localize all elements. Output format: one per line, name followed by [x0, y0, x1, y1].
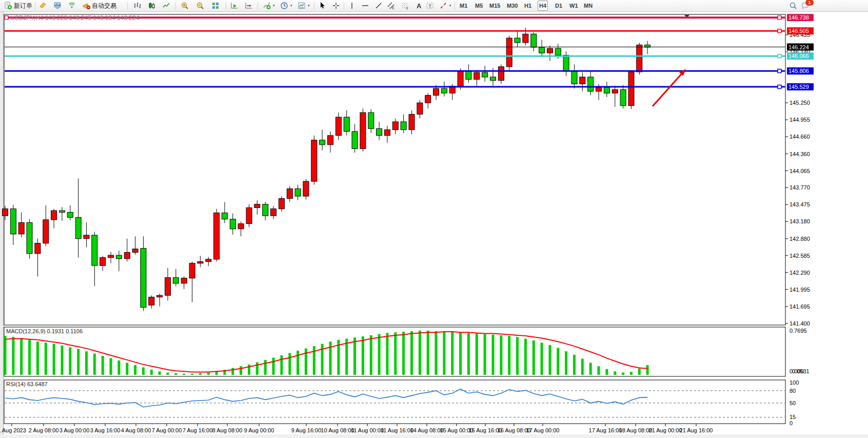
indicators-button[interactable]: ▾	[262, 1, 277, 11]
candle-body	[628, 72, 634, 106]
chart-line-button[interactable]	[161, 1, 171, 11]
candle-body	[263, 204, 268, 216]
crosshair-button[interactable]	[331, 1, 341, 11]
new-order-button-label: 新订单	[14, 2, 32, 10]
macd-bar	[280, 355, 283, 375]
tf-w1-label: W1	[569, 3, 578, 9]
zoom-out-button[interactable]	[195, 1, 205, 11]
hline-handle[interactable]	[5, 16, 8, 20]
price-badge-label: 145.806	[788, 68, 809, 74]
tf-w1[interactable]: W1	[568, 1, 579, 11]
candle-body	[271, 209, 277, 216]
candle-body	[116, 255, 122, 259]
chart-bars-button[interactable]	[132, 1, 143, 11]
candle-body	[506, 38, 512, 67]
new-order-button[interactable]: 新订单	[3, 1, 35, 11]
macd-bar	[4, 336, 7, 375]
macd-bar	[549, 345, 551, 375]
favorites-button[interactable]	[38, 1, 48, 11]
tf-h4[interactable]: H4	[538, 1, 548, 11]
macd-bar	[370, 335, 372, 375]
price-tick-label: 141.995	[790, 287, 810, 293]
trendline-icon	[374, 2, 383, 10]
zoom-in-button[interactable]	[180, 1, 190, 11]
periods-button[interactable]: ▾	[279, 1, 294, 11]
autotrading-button[interactable]: 自动交易	[81, 1, 124, 11]
price-badge-label: 145.529	[788, 84, 809, 90]
macd-bar	[605, 369, 608, 375]
hline-handle[interactable]	[778, 29, 781, 33]
candle-body	[344, 117, 349, 131]
market-watch-button[interactable]	[52, 1, 63, 11]
arrows-icon	[439, 2, 447, 10]
chart-candles-button[interactable]	[147, 1, 157, 11]
macd-bar	[565, 351, 567, 375]
candle-body	[320, 140, 325, 145]
candle-body	[198, 261, 203, 263]
macd-bar	[541, 342, 543, 375]
candle-body	[482, 72, 488, 77]
fibonacci-button[interactable]: F	[400, 1, 410, 11]
trendline-button[interactable]	[373, 1, 384, 11]
price-badge-label: 146.224	[788, 44, 809, 50]
search-button[interactable]	[788, 1, 798, 11]
tile-windows-button[interactable]	[210, 1, 221, 11]
chart-shift-button[interactable]	[244, 1, 254, 11]
time-tick-label: 11 Aug 00:00	[351, 427, 384, 433]
tf-m1[interactable]: M1	[459, 1, 468, 11]
macd-bar	[134, 365, 136, 375]
candle-body	[417, 103, 423, 114]
chart-candles-icon	[148, 2, 156, 10]
macd-bar	[353, 337, 356, 375]
tf-d1[interactable]: D1	[554, 1, 563, 11]
hline-handle[interactable]	[778, 16, 781, 20]
tf-m30[interactable]: M30	[506, 1, 519, 11]
templates-icon	[298, 2, 306, 10]
channel-button[interactable]: E	[386, 1, 396, 11]
rsi-axis-label: 0	[790, 420, 793, 426]
candle-body	[392, 122, 398, 130]
candle-body	[539, 47, 545, 53]
price-tick-label: 141.695	[790, 303, 810, 310]
candle-body	[352, 131, 358, 149]
vertical-line-button[interactable]	[347, 1, 357, 11]
candle-body	[67, 212, 73, 217]
price-tick-label: 143.180	[790, 218, 810, 224]
candle-body	[173, 278, 179, 283]
price-badge-label: 146.505	[788, 28, 809, 34]
autoscroll-button[interactable]	[229, 1, 240, 11]
time-tick-label: 4 Aug 08:00	[121, 427, 151, 433]
text-label-icon: T	[426, 2, 434, 10]
cursor-button[interactable]	[317, 1, 327, 11]
hline-handle[interactable]	[778, 69, 781, 73]
chat-button[interactable]: 1	[800, 1, 811, 11]
tf-m15[interactable]: M15	[488, 1, 501, 11]
rsi-axis-label: 80	[790, 388, 796, 394]
tf-mn[interactable]: MN	[583, 1, 594, 11]
templates-button[interactable]: ▾	[297, 1, 312, 11]
horizontal-line-button[interactable]	[360, 1, 370, 11]
candle-body	[3, 209, 8, 216]
macd-bar	[36, 341, 39, 375]
candle-body	[547, 48, 553, 53]
candle-body	[441, 88, 447, 93]
candle-body	[637, 45, 642, 72]
time-tick-label: 21 Aug 16:00	[680, 427, 713, 433]
macd-bar	[459, 332, 462, 375]
tf-m5[interactable]: M5	[474, 1, 484, 11]
time-tick-label: 9 Aug 16:00	[291, 427, 322, 433]
macd-bar	[378, 334, 381, 375]
macd-bar	[183, 374, 185, 375]
hline-handle[interactable]	[778, 54, 781, 58]
candle-body	[181, 278, 187, 283]
candle-body	[108, 255, 114, 258]
text-button[interactable]: A	[413, 1, 424, 11]
macd-bar	[126, 363, 128, 375]
arrows-button[interactable]: ▾	[438, 1, 453, 11]
rsi-label: RSI(14) 63.6487	[6, 381, 48, 387]
signals-button[interactable]	[67, 1, 77, 11]
text-label-button[interactable]: T	[425, 1, 435, 11]
candle-body	[303, 181, 309, 196]
hline-handle[interactable]	[778, 85, 781, 89]
tf-h1[interactable]: H1	[523, 1, 532, 11]
